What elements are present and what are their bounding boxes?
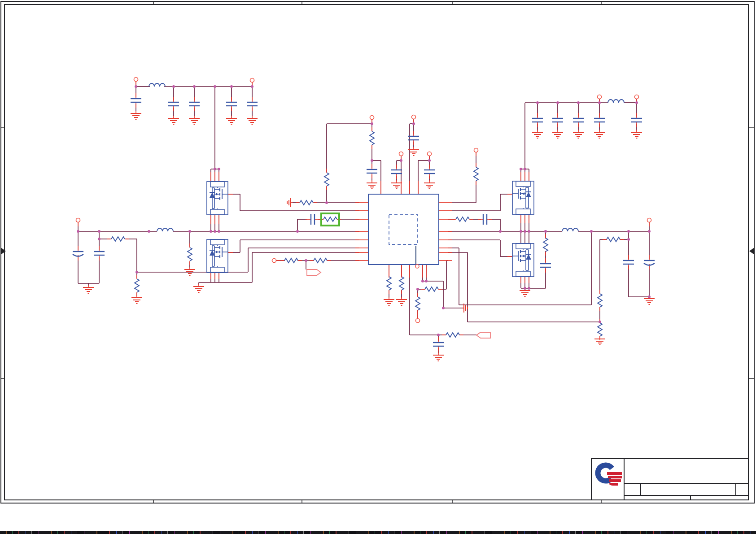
- resistor-part: [446, 333, 459, 337]
- ground-symbol: [573, 130, 584, 138]
- resistor-part: [598, 294, 602, 307]
- resistor: [296, 200, 317, 205]
- mosfet-part: [207, 239, 228, 273]
- junction-dot: [214, 168, 216, 170]
- junction-dot: [544, 230, 547, 233]
- resistor: [421, 287, 442, 291]
- junction-dot: [371, 159, 373, 162]
- resistor: [370, 127, 374, 149]
- capacitor: [306, 214, 320, 225]
- junction-dot: [210, 230, 212, 233]
- junction-dot: [305, 259, 307, 262]
- resistor: [598, 290, 602, 311]
- resistor: [280, 258, 302, 263]
- resistor-part: [474, 167, 478, 181]
- port-circle: [416, 319, 420, 323]
- junction-dot: [524, 168, 526, 170]
- resistor-part: [456, 217, 469, 221]
- ground-symbol: [384, 297, 394, 305]
- junction-dot: [135, 85, 137, 88]
- junction-dot: [148, 230, 150, 233]
- ground-symbol: [226, 116, 237, 124]
- junction-dot: [214, 85, 216, 88]
- ground-symbol: [168, 116, 179, 124]
- resistor-part: [324, 173, 329, 186]
- junction-dot: [98, 238, 101, 240]
- capacitor: [94, 246, 105, 260]
- resistor-part: [135, 279, 139, 292]
- no-connect-circle: [415, 265, 419, 268]
- junction-dot: [193, 85, 196, 88]
- ground-symbol: [131, 111, 141, 119]
- resistor-part: [543, 238, 548, 252]
- schematic-page: [0, 0, 756, 534]
- mosfet-part: [207, 182, 228, 215]
- capacitor: [131, 93, 141, 108]
- resistor: [135, 275, 139, 296]
- junction-dot: [412, 122, 415, 125]
- junction-dot: [520, 230, 522, 233]
- resistor-part: [314, 258, 327, 263]
- junction-dot: [421, 280, 424, 282]
- ground-symbol: [193, 284, 204, 292]
- schematic-canvas: [0, 0, 756, 534]
- junction-dot: [627, 238, 630, 241]
- ground-symbol: [131, 295, 142, 304]
- ground-symbol: [631, 130, 642, 138]
- capacitor: [552, 113, 563, 127]
- mosfet: [207, 239, 228, 273]
- mosfet: [512, 181, 534, 214]
- junction-dot: [218, 168, 220, 170]
- junction-dot: [172, 85, 175, 88]
- mosfet-part: [522, 255, 524, 257]
- mosfet-part: [210, 209, 224, 215]
- inductor: [149, 83, 165, 87]
- mosfet-part: [210, 182, 224, 187]
- company-logo-part: [608, 476, 622, 478]
- capacitor-polarized: [73, 246, 83, 260]
- junction-dot: [599, 321, 601, 323]
- ground-symbol: [594, 336, 605, 345]
- center-mark-left: [1, 248, 6, 254]
- resistor: [188, 243, 192, 265]
- junction-dot: [230, 85, 233, 88]
- mosfet-part: [516, 181, 530, 187]
- company-logo-part: [609, 483, 618, 486]
- capacitor: [532, 113, 543, 127]
- ground-symbol: [247, 116, 258, 124]
- port-circle: [412, 115, 416, 119]
- resistor: [603, 237, 624, 242]
- mosfet-part: [526, 192, 531, 197]
- junction-dot: [442, 307, 445, 309]
- mosfet-part: [512, 243, 534, 277]
- ground-symbol: [83, 285, 94, 293]
- junction-dot: [214, 230, 216, 233]
- net-tag-right: [307, 269, 321, 275]
- mosfet-part: [516, 271, 530, 277]
- capacitor: [367, 164, 377, 178]
- ground-symbol: [391, 180, 402, 189]
- resistor-part: [323, 217, 337, 221]
- resistor-part: [399, 277, 404, 290]
- port-circle: [399, 152, 403, 156]
- resistor: [474, 163, 478, 185]
- mosfet-part: [516, 243, 530, 249]
- resistor-part: [415, 297, 420, 310]
- mosfet: [207, 182, 228, 215]
- junction-dot: [577, 101, 580, 104]
- port-circle: [250, 78, 254, 82]
- frame-outer-border: [1, 1, 754, 503]
- port-circle: [272, 259, 276, 263]
- capacitor: [540, 258, 551, 273]
- ic-thermal-pad-dashed: [389, 215, 418, 244]
- capacitor: [594, 113, 605, 127]
- mosfet-part: [516, 209, 530, 214]
- junction-dot: [499, 230, 502, 233]
- inductor: [562, 228, 578, 231]
- company-logo-icon: [596, 464, 622, 486]
- junction-dot: [648, 295, 651, 298]
- junction-dot: [528, 230, 530, 233]
- ground-symbol: [552, 130, 563, 138]
- junction-dot: [590, 230, 593, 233]
- ground-symbol: [396, 297, 407, 305]
